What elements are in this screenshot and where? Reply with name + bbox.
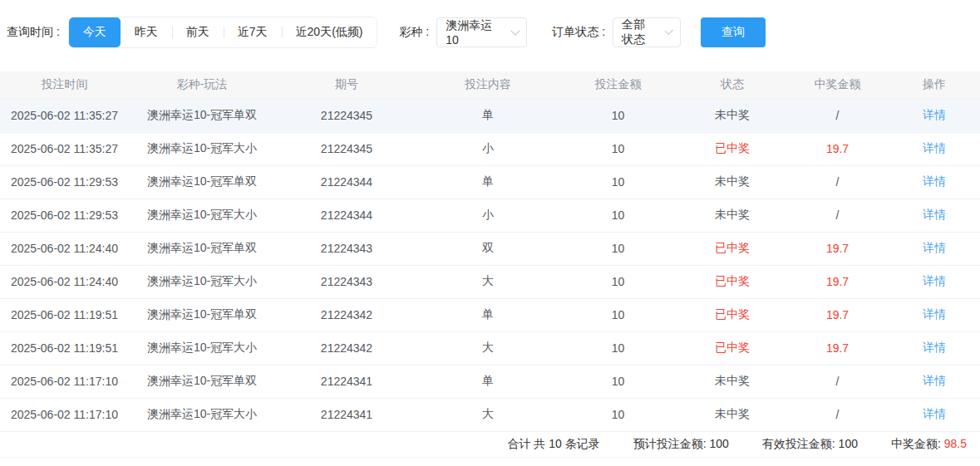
status-cell: 已中奖 — [678, 298, 786, 331]
time-cell: 2025-06-02 11:19:51 — [0, 331, 129, 365]
lottery-select[interactable]: 澳洲幸运10 — [436, 17, 527, 47]
game-cell: 澳洲幸运10-冠军单双 — [129, 165, 275, 199]
column-header: 期号 — [275, 71, 418, 99]
time-filter-option[interactable]: 近7天 — [224, 17, 282, 47]
period-cell: 21224343 — [275, 232, 418, 265]
period-cell: 21224345 — [275, 99, 418, 132]
period-cell: 21224344 — [275, 165, 418, 199]
table-row: 2025-06-02 11:24:40澳洲幸运10-冠军大小21224343大1… — [0, 265, 980, 298]
game-cell: 澳洲幸运10-冠军单双 — [129, 298, 275, 331]
win-cell: / — [786, 398, 889, 431]
detail-link[interactable]: 详情 — [923, 108, 946, 121]
status-cell: 已中奖 — [678, 232, 786, 265]
content-cell: 单 — [418, 99, 558, 132]
time-cell: 2025-06-02 11:29:53 — [0, 199, 129, 232]
column-header: 彩种-玩法 — [129, 71, 275, 99]
period-cell: 21224344 — [275, 199, 418, 232]
game-cell: 澳洲幸运10-冠军单双 — [129, 99, 275, 132]
status-cell: 未中奖 — [678, 165, 786, 199]
win-cell: 19.7 — [786, 232, 889, 265]
status-cell: 未中奖 — [678, 398, 786, 431]
time-cell: 2025-06-02 11:24:40 — [0, 232, 129, 265]
summary-footer: 合计 共 10 条记录 预计投注金额: 100 有效投注金额: 100 中奖金额… — [0, 432, 980, 458]
game-cell: 澳洲幸运10-冠军大小 — [129, 398, 275, 431]
detail-link[interactable]: 详情 — [923, 407, 946, 420]
game-cell: 澳洲幸运10-冠军大小 — [129, 199, 275, 232]
detail-link[interactable]: 详情 — [923, 174, 946, 188]
lottery-select-value: 澳洲幸运10 — [446, 18, 501, 47]
table-row: 2025-06-02 11:35:27澳洲幸运10-冠军单双21224345单1… — [0, 99, 980, 132]
action-cell: 详情 — [889, 298, 980, 331]
table-row: 2025-06-02 11:17:10澳洲幸运10-冠军单双21224341单1… — [0, 365, 980, 398]
column-header: 状态 — [678, 71, 786, 99]
detail-link[interactable]: 详情 — [923, 241, 946, 254]
table-header-row: 投注时间彩种-玩法期号投注内容投注金额状态中奖金额操作 — [0, 71, 980, 99]
action-cell: 详情 — [889, 365, 980, 398]
detail-link[interactable]: 详情 — [923, 307, 946, 321]
total-win-amount: 中奖金额: 98.5 — [891, 437, 967, 452]
amount-cell: 10 — [558, 398, 678, 431]
win-cell: 19.7 — [786, 298, 889, 331]
action-cell: 详情 — [889, 398, 980, 431]
time-cell: 2025-06-02 11:24:40 — [0, 265, 129, 298]
status-cell: 已中奖 — [678, 265, 786, 298]
time-filter-option[interactable]: 昨天 — [121, 17, 172, 47]
chevron-down-icon — [510, 26, 520, 35]
time-filter-option[interactable]: 前天 — [172, 17, 224, 47]
detail-link[interactable]: 详情 — [923, 374, 946, 387]
win-cell: / — [786, 365, 889, 398]
content-cell: 单 — [418, 365, 558, 398]
time-filter-option[interactable]: 今天 — [69, 17, 121, 47]
table-row: 2025-06-02 11:19:51澳洲幸运10-冠军大小21224342大1… — [0, 331, 980, 365]
amount-cell: 10 — [558, 165, 678, 199]
time-filter-option[interactable]: 近20天(低频) — [282, 17, 377, 47]
table-row: 2025-06-02 11:29:53澳洲幸运10-冠军大小21224344小1… — [0, 199, 980, 232]
time-cell: 2025-06-02 11:19:51 — [0, 298, 129, 331]
win-cell: / — [786, 199, 889, 232]
time-cell: 2025-06-02 11:17:10 — [0, 398, 129, 431]
amount-cell: 10 — [558, 132, 678, 165]
lottery-label: 彩种 : — [399, 25, 429, 40]
chevron-down-icon — [665, 27, 673, 35]
win-cell: 19.7 — [786, 331, 889, 365]
query-button[interactable]: 查询 — [701, 17, 766, 47]
table-row: 2025-06-02 11:17:10澳洲幸运10-冠军大小21224341大1… — [0, 398, 980, 431]
order-status-select[interactable]: 全部状态 — [613, 17, 681, 47]
time-cell: 2025-06-02 11:35:27 — [0, 132, 129, 165]
game-cell: 澳洲幸运10-冠军单双 — [129, 365, 275, 398]
period-cell: 21224341 — [275, 365, 418, 398]
amount-cell: 10 — [558, 331, 678, 365]
amount-cell: 10 — [558, 365, 678, 398]
content-cell: 大 — [418, 265, 558, 298]
detail-link[interactable]: 详情 — [923, 341, 946, 354]
table-row: 2025-06-02 11:35:27澳洲幸运10-冠军大小21224345小1… — [0, 132, 980, 165]
win-cell: / — [786, 99, 889, 132]
time-cell: 2025-06-02 11:35:27 — [0, 99, 129, 132]
table-row: 2025-06-02 11:19:51澳洲幸运10-冠军单双21224342单1… — [0, 298, 980, 331]
detail-link[interactable]: 详情 — [923, 274, 946, 287]
column-header: 操作 — [889, 71, 980, 99]
action-cell: 详情 — [889, 132, 980, 165]
content-cell: 小 — [418, 199, 558, 232]
period-cell: 21224342 — [275, 298, 418, 331]
order-status-select-value: 全部状态 — [622, 17, 657, 47]
content-cell: 单 — [418, 298, 558, 331]
win-cell: 19.7 — [786, 265, 889, 298]
game-cell: 澳洲幸运10-冠军大小 — [129, 265, 275, 298]
valid-bet-amount: 有效投注金额: 100 — [762, 437, 858, 452]
content-cell: 小 — [418, 132, 558, 165]
game-cell: 澳洲幸运10-冠军大小 — [129, 331, 275, 365]
orders-table: 投注时间彩种-玩法期号投注内容投注金额状态中奖金额操作 2025-06-02 1… — [0, 71, 980, 432]
order-status-label: 订单状态 : — [552, 25, 605, 40]
total-records: 合计 共 10 条记录 — [507, 437, 599, 452]
detail-link[interactable]: 详情 — [923, 208, 946, 221]
status-cell: 已中奖 — [678, 331, 786, 365]
filter-bar: 查询时间 : 今天昨天前天近7天近20天(低频) 彩种 : 澳洲幸运10 订单状… — [0, 0, 980, 48]
action-cell: 详情 — [889, 165, 980, 199]
table-row: 2025-06-02 11:24:40澳洲幸运10-冠军单双21224343双1… — [0, 232, 980, 265]
period-cell: 21224345 — [275, 132, 418, 165]
status-cell: 未中奖 — [678, 199, 786, 232]
period-cell: 21224341 — [275, 398, 418, 431]
time-filter-group: 今天昨天前天近7天近20天(低频) — [68, 17, 378, 48]
detail-link[interactable]: 详情 — [923, 141, 946, 155]
